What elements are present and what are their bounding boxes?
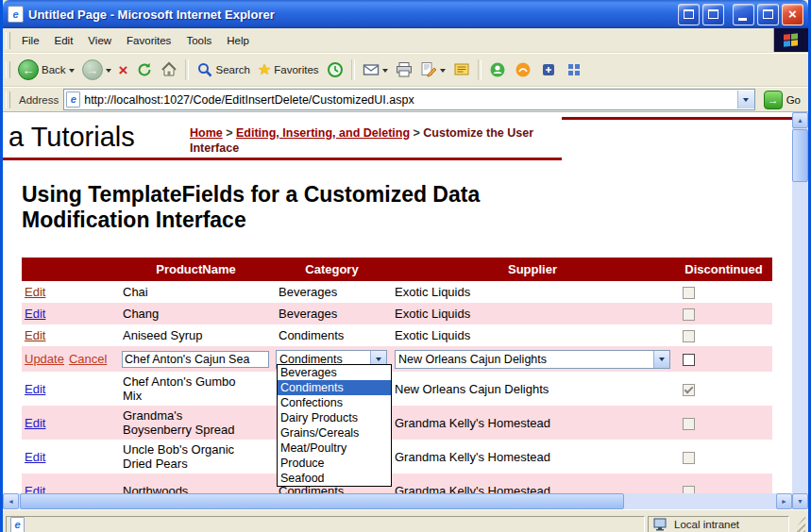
breadcrumb-home-link[interactable]: Home	[190, 126, 223, 140]
forward-button[interactable]: →	[78, 58, 115, 82]
minimize-button[interactable]	[733, 4, 754, 25]
edit-link[interactable]: Edit	[25, 328, 45, 342]
messenger-button[interactable]	[485, 59, 511, 81]
horizontal-scrollbar[interactable]: ◄ ►	[3, 493, 792, 509]
favorites-button[interactable]: ★ Favorites	[254, 60, 323, 79]
edit-link[interactable]: Edit	[25, 285, 45, 299]
chevron-down-icon	[653, 351, 669, 368]
dropdown-option-selected[interactable]: Condiments	[278, 380, 391, 395]
discontinued-checkbox	[683, 418, 695, 430]
back-button[interactable]: ← Back	[14, 58, 78, 82]
toolbar-grip[interactable]	[6, 61, 10, 78]
grid-header-row: ProductName Category Supplier Discontinu…	[22, 258, 772, 281]
supplier-cell: New Orleans Cajun Delights	[390, 372, 675, 406]
maximize-button[interactable]	[757, 4, 779, 25]
table-row: Edit Uncle Bob's Organic Dried Pears Gra…	[22, 440, 772, 474]
search-icon	[196, 61, 213, 78]
window-title: Untitled Page - Microsoft Internet Explo…	[28, 8, 675, 22]
menu-favorites[interactable]: Favorites	[119, 31, 178, 50]
stop-button[interactable]: ×	[115, 60, 132, 80]
quick-launch-button[interactable]	[562, 59, 587, 81]
window-glyph	[684, 9, 694, 19]
mail-button[interactable]	[359, 59, 392, 80]
address-bar: Address e http://localhost:1027/Code/Edi…	[3, 87, 808, 112]
back-label: Back	[42, 64, 66, 75]
close-button[interactable]: ×	[782, 4, 803, 25]
category-cell: Beverages	[274, 303, 390, 324]
scroll-up-button[interactable]: ▲	[792, 112, 808, 128]
menu-help[interactable]: Help	[219, 31, 257, 50]
address-url: http://localhost:1027/Code/EditInsertDel…	[80, 93, 736, 107]
supplier-cell: Exotic Liquids	[390, 324, 675, 346]
research-button[interactable]	[536, 59, 562, 81]
dropdown-option[interactable]: Meat/Poultry	[278, 441, 391, 456]
status-zone-panel: Local intranet	[648, 516, 789, 532]
breadcrumb-section-link[interactable]: Editing, Inserting, and Deleting	[236, 126, 410, 140]
page-icon: e	[10, 517, 25, 532]
dropdown-option[interactable]: Grains/Cereals	[278, 425, 391, 441]
menu-tools[interactable]: Tools	[178, 31, 219, 50]
category-dropdown-list: Beverages Condiments Confections Dairy P…	[277, 364, 392, 487]
vertical-scroll-track[interactable]	[792, 128, 808, 493]
discontinued-checkbox	[683, 287, 695, 299]
discontinued-checkbox[interactable]	[683, 354, 695, 366]
edit-link[interactable]: Edit	[25, 416, 45, 430]
discontinued-checkbox	[683, 330, 695, 342]
supplier-select[interactable]: New Orleans Cajun Delights	[395, 350, 670, 369]
category-column-header: Category	[274, 258, 390, 281]
breadcrumb: Home > Editing, Inserting, and Deleting …	[190, 126, 554, 156]
search-button[interactable]: Search	[193, 59, 254, 80]
edit-link[interactable]: Edit	[25, 450, 45, 464]
discontinued-checkbox	[683, 384, 695, 396]
supplier-column-header: Supplier	[390, 258, 675, 281]
dropdown-option[interactable]: Dairy Products	[278, 410, 391, 425]
dropdown-option[interactable]: Confections	[278, 395, 391, 410]
maximize-icon	[763, 9, 773, 19]
favorites-star-icon: ★	[258, 62, 271, 77]
search-label: Search	[216, 64, 250, 75]
cancel-link[interactable]: Cancel	[69, 352, 107, 366]
scroll-right-button[interactable]: ►	[776, 493, 792, 509]
edit-button[interactable]	[416, 59, 449, 80]
vertical-scroll-thumb[interactable]	[792, 129, 808, 182]
toolbar-grip[interactable]	[6, 91, 10, 108]
edit-link[interactable]: Edit	[25, 382, 45, 396]
discuss-button[interactable]	[449, 59, 474, 80]
scroll-left-button[interactable]: ◄	[3, 493, 19, 509]
dropdown-option[interactable]: Seafood	[278, 471, 391, 486]
horizontal-scroll-track[interactable]	[19, 493, 776, 509]
edit-link[interactable]: Edit	[25, 307, 45, 321]
scroll-down-button[interactable]: ▼	[792, 493, 808, 509]
menu-view[interactable]: View	[80, 31, 119, 50]
titlebar-button-1[interactable]	[678, 4, 700, 25]
home-button[interactable]	[157, 59, 181, 80]
titlebar-button-2[interactable]	[702, 4, 724, 25]
horizontal-scroll-thumb[interactable]	[20, 493, 624, 509]
vertical-scrollbar[interactable]: ▲ ▼	[792, 112, 808, 509]
resize-grip[interactable]	[792, 516, 805, 532]
address-input[interactable]: e http://localhost:1027/Code/EditInsertD…	[63, 89, 754, 110]
breadcrumb-separator: >	[414, 126, 420, 140]
msn-button[interactable]	[511, 59, 536, 81]
menu-edit[interactable]: Edit	[47, 31, 81, 50]
window-glyph	[708, 9, 718, 19]
address-dropdown-button[interactable]	[737, 91, 754, 108]
status-main-panel: e	[6, 516, 645, 532]
menu-file[interactable]: File	[14, 31, 47, 50]
toolbar-grip[interactable]	[6, 32, 10, 49]
discontinued-column-header: Discontinued	[675, 258, 772, 281]
print-button[interactable]	[392, 59, 416, 80]
history-button[interactable]	[323, 59, 347, 80]
update-link[interactable]: Update	[25, 352, 64, 366]
ie-logo-icon: e	[8, 6, 24, 23]
discuss-icon	[453, 61, 470, 78]
refresh-button[interactable]	[132, 59, 157, 80]
dropdown-option[interactable]: Beverages	[278, 365, 391, 380]
go-button[interactable]: → Go	[760, 91, 804, 109]
chevron-down-icon	[440, 69, 446, 75]
product-cell: Chef Anton's Gumbo Mix	[118, 372, 274, 406]
dropdown-option[interactable]: Produce	[278, 456, 391, 471]
product-name-input[interactable]	[122, 351, 269, 368]
supplier-select-value: New Orleans Cajun Delights	[396, 353, 653, 366]
forward-icon: →	[82, 59, 103, 80]
